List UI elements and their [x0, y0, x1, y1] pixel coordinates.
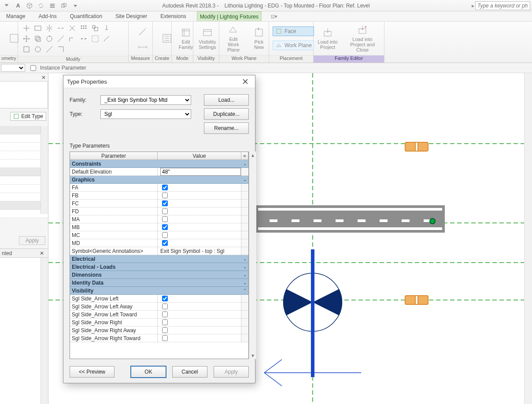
arrow-right-away-checkbox[interactable] [162, 327, 168, 333]
group-identity-caret-icon[interactable]: ⌄ [241, 279, 248, 287]
arrow-left-checkbox[interactable] [162, 296, 168, 301]
project-browser-header[interactable]: nted ✕ [0, 248, 48, 258]
cycle-icon[interactable] [36, 1, 46, 11]
family-select[interactable]: _Exit Sign Symbol Top Mtd [100, 95, 191, 105]
param-fc[interactable]: FC [70, 200, 158, 208]
dialog-apply-button[interactable]: Apply [214, 366, 249, 378]
ma-checkbox[interactable] [162, 216, 168, 222]
param-arrow-right-away[interactable]: Sgl Side_Arrow Right Away [70, 326, 158, 334]
split-icon[interactable] [56, 23, 66, 33]
fc-checkbox[interactable] [162, 200, 168, 206]
list-icon[interactable] [48, 1, 57, 11]
load-button[interactable]: Load... [204, 94, 249, 106]
options-dropdown[interactable] [1, 64, 25, 72]
param-arrow-left[interactable]: Sgl Side_Arrow Left [70, 295, 158, 303]
cube-icon[interactable] [25, 1, 34, 11]
eq-cell[interactable] [241, 311, 248, 319]
col-value[interactable]: Value [158, 152, 241, 160]
eq-cell[interactable] [241, 247, 248, 255]
grid-scrollbar[interactable]: ▴ ▾ [249, 152, 256, 359]
value-md[interactable] [158, 239, 241, 247]
param-default-elevation[interactable]: Default Elevation [70, 168, 158, 176]
tab-manage[interactable]: Manage [4, 11, 28, 21]
offset-icon[interactable] [33, 23, 43, 33]
param-symbol[interactable]: Symbol<Generic Annotations> [70, 247, 158, 255]
group-constraints[interactable]: Constraints [70, 160, 241, 168]
value-arrow-right-toward[interactable] [158, 334, 241, 342]
search-input[interactable] [475, 1, 530, 10]
group-graphics[interactable]: Graphics [70, 176, 241, 184]
array-icon[interactable] [79, 23, 89, 33]
eq-cell[interactable] [241, 334, 248, 342]
measure-button[interactable] [132, 26, 153, 50]
palette-apply-button[interactable]: Apply [19, 236, 45, 245]
arrow-right-checkbox[interactable] [162, 319, 168, 325]
rotate-icon[interactable] [44, 34, 54, 44]
pin-icon[interactable] [102, 23, 111, 33]
eq-cell[interactable] [241, 319, 248, 326]
extra4-icon[interactable] [56, 44, 66, 54]
fa-checkbox[interactable] [162, 185, 168, 190]
eq-cell[interactable] [241, 192, 248, 200]
extra3-icon[interactable] [44, 44, 54, 54]
align-icon[interactable] [22, 23, 31, 33]
eq-cell[interactable] [241, 231, 248, 239]
value-arrow-left-toward[interactable] [158, 311, 241, 319]
edit-type-button[interactable]: Edit Type [10, 112, 46, 121]
group-electrical-loads[interactable]: Electrical - Loads [70, 263, 241, 271]
value-arrow-left-away[interactable] [158, 303, 241, 311]
default-elevation-input[interactable] [160, 168, 241, 176]
visibility-settings-button[interactable]: Visibility Settings [197, 27, 218, 50]
scroll-up-icon[interactable]: ▴ [249, 152, 256, 159]
value-mb[interactable] [158, 223, 241, 231]
scale-icon[interactable] [90, 23, 100, 33]
cancel-button[interactable]: Cancel [172, 366, 207, 378]
eq-cell[interactable] [241, 184, 248, 192]
fd-checkbox[interactable] [162, 208, 168, 214]
switch-windows-icon[interactable] [59, 1, 69, 11]
extra1-icon[interactable] [22, 44, 31, 54]
param-fa[interactable]: FA [70, 184, 158, 192]
browser-close-icon[interactable]: ✕ [38, 250, 45, 257]
tab-extensions[interactable]: Extensions [158, 11, 189, 21]
scroll-down-icon[interactable]: ▾ [249, 352, 256, 359]
tab-overflow-icon[interactable]: ⊡▾ [270, 11, 277, 21]
col-equals[interactable]: = [241, 152, 248, 160]
eq-cell[interactable] [241, 326, 248, 334]
value-fa[interactable] [158, 184, 241, 192]
group-icon[interactable] [90, 34, 100, 44]
col-parameter[interactable]: Parameter [70, 152, 158, 160]
eq-cell[interactable] [241, 239, 248, 247]
tab-modify-lighting[interactable]: Modify | Lighting Fixtures [197, 11, 262, 21]
eq-cell[interactable] [241, 208, 248, 215]
face-button[interactable]: Face [273, 26, 314, 36]
param-arrow-left-away[interactable]: Sgl Side_Arrow Left Away [70, 303, 158, 311]
group-visibility[interactable]: Visibility [70, 287, 241, 295]
arrow-left-toward-checkbox[interactable] [162, 311, 168, 317]
mirror-icon[interactable] [44, 23, 54, 33]
workplane-button[interactable]: Work Plane [273, 41, 314, 50]
group-electrical-loads-caret-icon[interactable]: ⌄ [241, 263, 248, 271]
load-into-project-button[interactable]: Load into Project [317, 27, 338, 50]
trim2-icon[interactable] [56, 34, 66, 44]
value-default-elevation[interactable] [158, 168, 241, 176]
eq-cell[interactable] [241, 215, 248, 223]
edit-workplane-button[interactable]: Edit Work Plane [223, 24, 244, 52]
tab-addins[interactable]: Add-Ins [36, 11, 59, 21]
eq-cell[interactable] [241, 200, 248, 208]
param-ma[interactable]: MA [70, 215, 158, 223]
browser-scrollbar[interactable] [41, 258, 48, 404]
param-arrow-left-toward[interactable]: Sgl Side_Arrow Left Toward [70, 311, 158, 319]
palette-scrollbar[interactable] [41, 126, 48, 214]
move-icon[interactable] [22, 34, 31, 44]
gap-icon[interactable] [79, 34, 89, 44]
qat-dropdown-icon[interactable] [70, 1, 80, 11]
param-mc[interactable]: MC [70, 231, 158, 239]
value-arrow-right[interactable] [158, 319, 241, 326]
eq-cell[interactable] [241, 295, 248, 303]
value-arrow-left[interactable] [158, 295, 241, 303]
copy-icon[interactable] [33, 34, 43, 44]
group-electrical-caret-icon[interactable]: ⌄ [241, 255, 248, 263]
duplicate-button[interactable]: Duplicate... [204, 108, 249, 120]
group-electrical[interactable]: Electrical [70, 255, 241, 263]
